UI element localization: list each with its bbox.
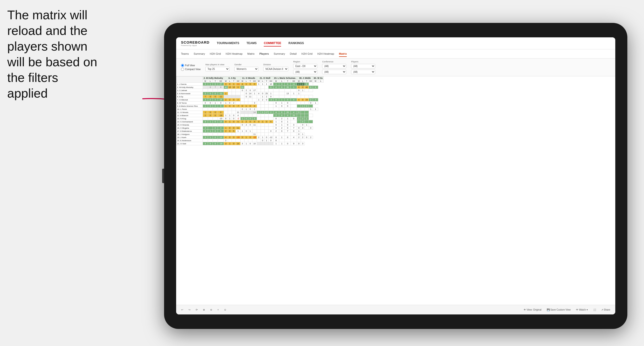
player-name: 12. A Bianchi bbox=[176, 114, 203, 117]
cell: 1 bbox=[240, 117, 244, 120]
view-original-button[interactable]: 👁 View: Original bbox=[522, 308, 543, 312]
nav-committee[interactable]: COMMITTEE bbox=[264, 40, 281, 46]
sub-nav-h2h-grid-2[interactable]: H2H Grid bbox=[301, 51, 312, 57]
full-view-radio[interactable] bbox=[181, 64, 184, 67]
sub-nav-teams[interactable]: Teams bbox=[181, 51, 189, 57]
nav-teams[interactable]: TEAMS bbox=[246, 40, 256, 46]
cell: 1 bbox=[297, 92, 301, 95]
table-row: 15. H Stranda 0 2 0 11 bbox=[176, 123, 324, 127]
cell bbox=[257, 139, 260, 142]
cell bbox=[268, 114, 273, 117]
cell: 1 bbox=[213, 101, 218, 105]
cell bbox=[297, 114, 301, 117]
cell bbox=[308, 114, 313, 117]
cell bbox=[264, 114, 268, 117]
undo-button[interactable]: ↩ bbox=[180, 308, 184, 312]
full-view-option[interactable]: Full View bbox=[181, 64, 200, 67]
cell bbox=[257, 123, 260, 127]
share-button[interactable]: ⇗ Share bbox=[600, 308, 612, 312]
cell: 0 bbox=[297, 133, 301, 136]
cell bbox=[240, 111, 244, 114]
cell: 2 bbox=[264, 95, 268, 98]
region-select[interactable]: East - DII bbox=[293, 64, 317, 68]
refresh-button[interactable]: ⟳ bbox=[194, 308, 199, 312]
conference-select-1[interactable]: (All) bbox=[322, 64, 346, 68]
compact-view-radio[interactable] bbox=[181, 68, 184, 71]
share-options-button[interactable]: ⬜ bbox=[592, 308, 598, 312]
cell: 0 bbox=[252, 83, 257, 86]
add-button[interactable]: + bbox=[216, 308, 220, 312]
woods-l: L bbox=[244, 80, 248, 83]
cell bbox=[244, 114, 248, 117]
cell: 0 bbox=[208, 105, 213, 108]
sub-nav-h2h-heatmap-1[interactable]: H2H Heatmap bbox=[226, 51, 242, 57]
players-select-1[interactable]: (All) bbox=[351, 64, 375, 68]
max-players-label: Max players in view bbox=[205, 63, 230, 66]
cell bbox=[290, 95, 297, 98]
compact-view-option[interactable]: Compact View bbox=[181, 68, 200, 71]
cell: 1 bbox=[224, 127, 228, 130]
sub-nav-matrix-1[interactable]: Matrix bbox=[247, 51, 254, 57]
cell bbox=[240, 98, 244, 101]
main-nav: TOURNAMENTS TEAMS COMMITTEE RANKINGS bbox=[217, 40, 304, 46]
sub-nav-matrix-2[interactable]: Matrix bbox=[339, 51, 347, 57]
save-custom-view-button[interactable]: 💾 Save Custom View bbox=[545, 308, 572, 312]
redo-button[interactable]: ↪ bbox=[187, 308, 192, 312]
mulcahy-l: L bbox=[208, 80, 213, 83]
cell: 1 bbox=[279, 136, 285, 139]
cell: 1 bbox=[313, 101, 318, 105]
nav-tournaments[interactable]: TOURNAMENTS bbox=[217, 40, 239, 46]
cell bbox=[264, 130, 268, 133]
cell bbox=[224, 89, 228, 92]
max-players-select[interactable]: Top 25 bbox=[205, 67, 230, 71]
sub-nav-detail[interactable]: Detail bbox=[290, 51, 296, 57]
cell bbox=[260, 123, 264, 127]
cell: 2 bbox=[273, 114, 279, 117]
cell bbox=[290, 108, 297, 111]
region-all-select[interactable]: (All) bbox=[293, 70, 317, 74]
matrix-content[interactable]: 2. M Kelly Mulcahy 6. A Dy 11. G Woods 2… bbox=[176, 76, 615, 311]
cell bbox=[257, 133, 260, 136]
cell: 0 bbox=[268, 86, 273, 89]
cell: 0 bbox=[208, 92, 213, 95]
cell bbox=[224, 108, 228, 111]
cell bbox=[232, 108, 236, 111]
cell bbox=[260, 105, 264, 108]
sub-nav-summary-1[interactable]: Summary bbox=[194, 51, 205, 57]
cell: 3 bbox=[252, 101, 257, 105]
nav-rankings[interactable]: RANKINGS bbox=[288, 40, 304, 46]
cell: 0 bbox=[203, 101, 208, 105]
cell bbox=[285, 89, 290, 92]
players-select-2[interactable]: (All) bbox=[351, 70, 375, 74]
cell: 0 bbox=[285, 136, 290, 139]
cell: 7 bbox=[213, 86, 218, 89]
cell bbox=[279, 133, 285, 136]
cell bbox=[244, 127, 248, 130]
cell bbox=[260, 117, 264, 120]
cell bbox=[279, 89, 285, 92]
division-select[interactable]: NCAA Division II bbox=[263, 67, 288, 71]
sub-nav-h2h-heatmap-2[interactable]: H2H Heatmap bbox=[317, 51, 334, 57]
cell: 3 bbox=[290, 123, 297, 127]
watch-button[interactable]: 👁 Watch ▾ bbox=[574, 308, 589, 312]
sub-nav-summary-2[interactable]: Summary bbox=[274, 51, 285, 57]
woods-dif: Dif bbox=[252, 80, 257, 83]
player-name: 8. M Torres bbox=[176, 101, 203, 105]
sub-nav-players[interactable]: Players bbox=[260, 51, 269, 57]
gender-select[interactable]: Women's bbox=[234, 67, 258, 71]
cell: 2 bbox=[244, 89, 248, 92]
conference-select-2[interactable]: (All) bbox=[322, 70, 346, 74]
cell: 0 bbox=[285, 98, 290, 101]
cell: -15 bbox=[252, 136, 257, 139]
sub-nav-h2h-grid-1[interactable]: H2H Grid bbox=[210, 51, 221, 57]
col-header-woods: 11. G Woods bbox=[240, 77, 257, 80]
cell bbox=[236, 133, 240, 136]
cell bbox=[228, 139, 232, 142]
zoom-in-button[interactable]: ⊕ bbox=[202, 308, 206, 312]
table-row: 12. A Bianchi 2 0 0 -18 1 1 0 4 bbox=[176, 114, 324, 117]
zoom-out-button[interactable]: ⊖ bbox=[209, 308, 214, 312]
cell bbox=[260, 133, 264, 136]
settings-button[interactable]: ⊙ bbox=[223, 308, 228, 312]
cell bbox=[213, 123, 218, 127]
cell: 0 bbox=[248, 136, 252, 139]
